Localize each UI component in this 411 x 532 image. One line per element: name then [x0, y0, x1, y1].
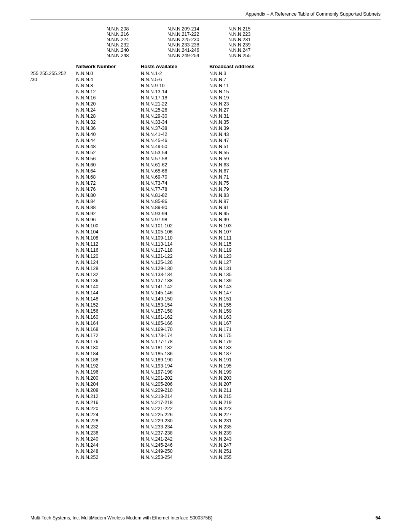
network-value: N.N.N.196	[76, 369, 141, 375]
table-row: N.N.N.8 N.N.N.9-10 N.N.N.11	[30, 83, 381, 89]
prev-hosts: N.N.N.225-230	[167, 37, 228, 42]
network-value: N.N.N.240	[76, 436, 141, 442]
broadcast-value: N.N.N.155	[209, 302, 278, 308]
hosts-value: N.N.N.209-210	[141, 388, 209, 393]
hosts-value: N.N.N.213-214	[141, 394, 209, 399]
col-header-network: Network Number	[76, 64, 141, 69]
table-row: N.N.N.92 N.N.N.93-94 N.N.N.95	[30, 211, 381, 217]
footer-left: Multi-Tech Systems, Inc. MultiModem Wire…	[30, 515, 212, 521]
table-row: N.N.N.160 N.N.N.161-162 N.N.N.163	[30, 315, 381, 321]
network-value: N.N.N.224	[76, 412, 141, 417]
broadcast-value: N.N.N.243	[209, 436, 278, 442]
broadcast-value: N.N.N.15	[209, 89, 278, 94]
prev-data-row: N.N.N.232 N.N.N.233-238 N.N.N.239	[107, 42, 381, 48]
network-value: N.N.N.208	[76, 388, 141, 393]
table-row: N.N.N.32 N.N.N.33-34 N.N.N.35	[30, 120, 381, 126]
table-row: N.N.N.120 N.N.N.121-122 N.N.N.123	[30, 254, 381, 260]
table-row: N.N.N.12 N.N.N.13-14 N.N.N.15	[30, 89, 381, 95]
prev-hosts: N.N.N.217-222	[167, 32, 228, 37]
table-row: N.N.N.128 N.N.N.129-130 N.N.N.131	[30, 266, 381, 272]
page: Appendix – A Reference Table of Commonly…	[0, 0, 411, 532]
table-row: N.N.N.56 N.N.N.57-58 N.N.N.59	[30, 156, 381, 162]
hosts-value: N.N.N.25-26	[141, 107, 209, 113]
table-row: N.N.N.140 N.N.N.141-142 N.N.N.143	[30, 284, 381, 290]
broadcast-value: N.N.N.191	[209, 357, 278, 363]
hosts-value: N.N.N.145-146	[141, 290, 209, 296]
hosts-value: N.N.N.165-166	[141, 321, 209, 326]
hosts-value: N.N.N.137-138	[141, 278, 209, 283]
broadcast-value: N.N.N.179	[209, 339, 278, 344]
table-row: N.N.N.188 N.N.N.189-190 N.N.N.191	[30, 357, 381, 363]
broadcast-value: N.N.N.239	[209, 430, 278, 436]
hosts-value: N.N.N.173-174	[141, 333, 209, 338]
hosts-value: N.N.N.161-162	[141, 315, 209, 320]
network-value: N.N.N.152	[76, 302, 141, 308]
hosts-value: N.N.N.221-222	[141, 406, 209, 411]
broadcast-value: N.N.N.171	[209, 327, 278, 332]
table-row: N.N.N.84 N.N.N.85-86 N.N.N.87	[30, 199, 381, 205]
table-row: N.N.N.96 N.N.N.97-98 N.N.N.99	[30, 217, 381, 223]
broadcast-value: N.N.N.3	[209, 71, 278, 76]
broadcast-value: N.N.N.203	[209, 375, 278, 381]
hosts-value: N.N.N.85-86	[141, 199, 209, 204]
table-row: N.N.N.148 N.N.N.149-150 N.N.N.151	[30, 296, 381, 302]
broadcast-value: N.N.N.235	[209, 424, 278, 430]
table-row: N.N.N.64 N.N.N.65-66 N.N.N.67	[30, 168, 381, 174]
table-row: N.N.N.240 N.N.N.241-242 N.N.N.243	[30, 436, 381, 443]
broadcast-value: N.N.N.55	[209, 150, 278, 155]
table-row: N.N.N.156 N.N.N.157-158 N.N.N.159	[30, 308, 381, 315]
broadcast-value: N.N.N.123	[209, 254, 278, 259]
hosts-value: N.N.N.61-62	[141, 162, 209, 168]
hosts-value: N.N.N.97-98	[141, 217, 209, 222]
table-row: N.N.N.184 N.N.N.185-186 N.N.N.187	[30, 351, 381, 357]
broadcast-value: N.N.N.67	[209, 168, 278, 174]
broadcast-value: N.N.N.47	[209, 138, 278, 143]
hosts-value: N.N.N.105-106	[141, 229, 209, 235]
broadcast-value: N.N.N.231	[209, 418, 278, 423]
network-value: N.N.N.200	[76, 375, 141, 381]
network-value: N.N.N.232	[76, 424, 141, 430]
broadcast-value: N.N.N.227	[209, 412, 278, 417]
table-row: N.N.N.192 N.N.N.193-194 N.N.N.195	[30, 363, 381, 369]
prev-network: N.N.N.248	[107, 53, 167, 58]
page-footer: Multi-Tech Systems, Inc. MultiModem Wire…	[0, 512, 411, 521]
broadcast-value: N.N.N.131	[209, 266, 278, 271]
network-value: N.N.N.60	[76, 162, 141, 168]
table-row: N.N.N.112 N.N.N.113-114 N.N.N.115	[30, 241, 381, 248]
column-headers: Network Number Hosts Available Broadcast…	[76, 64, 381, 69]
hosts-value: N.N.N.13-14	[141, 89, 209, 94]
table-row: N.N.N.68 N.N.N.69-70 N.N.N.71	[30, 174, 381, 181]
subnet-mask: 255.255.255.252	[30, 71, 76, 76]
table-row: N.N.N.172 N.N.N.173-174 N.N.N.175	[30, 333, 381, 339]
network-value: N.N.N.248	[76, 449, 141, 454]
table-row: N.N.N.212 N.N.N.213-214 N.N.N.215	[30, 394, 381, 400]
prev-network: N.N.N.216	[107, 32, 167, 37]
network-value: N.N.N.24	[76, 107, 141, 113]
network-value: N.N.N.236	[76, 430, 141, 436]
table-row: N.N.N.24 N.N.N.25-26 N.N.N.27	[30, 107, 381, 113]
network-value: N.N.N.132	[76, 272, 141, 277]
network-value: N.N.N.64	[76, 168, 141, 174]
hosts-value: N.N.N.77-78	[141, 187, 209, 192]
broadcast-value: N.N.N.51	[209, 144, 278, 149]
network-value: N.N.N.188	[76, 357, 141, 363]
broadcast-value: N.N.N.139	[209, 278, 278, 283]
network-value: N.N.N.104	[76, 229, 141, 235]
broadcast-value: N.N.N.11	[209, 83, 278, 88]
prev-hosts: N.N.N.233-238	[167, 42, 228, 48]
network-value: N.N.N.8	[76, 83, 141, 88]
table-row: N.N.N.72 N.N.N.73-74 N.N.N.75	[30, 181, 381, 187]
prev-broadcast: N.N.N.239	[228, 42, 289, 48]
table-row: N.N.N.216 N.N.N.217-218 N.N.N.219	[30, 400, 381, 406]
network-value: N.N.N.116	[76, 248, 141, 253]
broadcast-value: N.N.N.143	[209, 284, 278, 289]
prev-data-row: N.N.N.216 N.N.N.217-222 N.N.N.223	[107, 32, 381, 37]
hosts-value: N.N.N.249-250	[141, 449, 209, 454]
broadcast-value: N.N.N.147	[209, 290, 278, 296]
broadcast-value: N.N.N.219	[209, 400, 278, 405]
broadcast-value: N.N.N.75	[209, 181, 278, 186]
hosts-value: N.N.N.149-150	[141, 296, 209, 302]
table-row: N.N.N.180 N.N.N.181-182 N.N.N.183	[30, 345, 381, 351]
table-row: N.N.N.252 N.N.N.253-254 N.N.N.255	[30, 455, 381, 461]
hosts-value: N.N.N.157-158	[141, 308, 209, 314]
